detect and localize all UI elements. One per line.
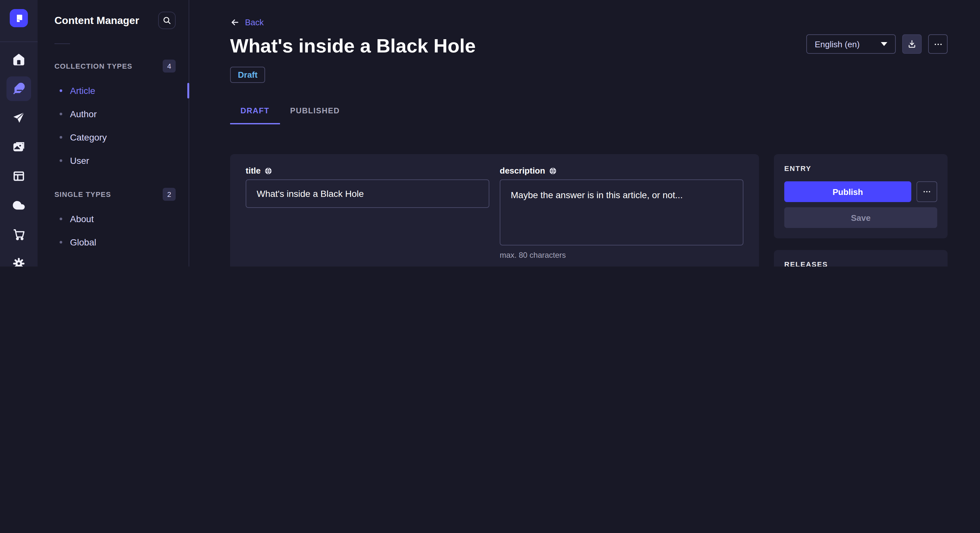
field-label: title	[246, 166, 261, 176]
field-description: description Maybe the answer is in this …	[500, 166, 743, 260]
header-controls: English (en)	[806, 34, 948, 54]
back-label: Back	[245, 17, 264, 27]
content-manager-icon	[6, 76, 31, 101]
sidebar-title: Content Manager	[54, 14, 139, 26]
single-type-list: About Global	[38, 207, 189, 254]
entry-form-card: title What's inside a Black Hole descrip…	[230, 154, 759, 266]
edit-content: title What's inside a Black Hole descrip…	[230, 154, 948, 266]
sidebar-item-label: About	[70, 214, 94, 224]
sidebar-item-global[interactable]: Global	[38, 230, 189, 254]
sidebar-item-label: Category	[70, 132, 107, 143]
nav-item-marketplace[interactable]	[6, 219, 32, 249]
ellipsis-icon	[933, 39, 943, 49]
export-button[interactable]	[902, 34, 922, 54]
status-tabs: DRAFT PUBLISHED	[230, 106, 948, 124]
status-badge: Draft	[230, 67, 266, 83]
cloud-icon	[6, 193, 31, 217]
home-icon	[6, 47, 31, 71]
nav-item-settings[interactable]	[6, 249, 32, 266]
tab-published[interactable]: PUBLISHED	[280, 106, 350, 124]
edit-view: Back What's inside a Black Hole Draft En…	[189, 0, 980, 266]
bullet-icon	[60, 136, 62, 139]
sidebar-item-article[interactable]: Article	[38, 79, 189, 102]
sidebar-item-label: User	[70, 155, 89, 166]
shopping-cart-icon	[6, 222, 31, 246]
description-value: Maybe the answer is in this article, or …	[511, 190, 683, 200]
nav-item-home[interactable]	[6, 45, 32, 74]
sidebar-item-label: Author	[70, 109, 97, 119]
section-head: COLLECTION TYPES 4	[38, 60, 189, 73]
arrow-left-icon	[230, 17, 240, 27]
sidebar-item-label: Article	[70, 86, 95, 96]
sidebar-item-about[interactable]: About	[38, 207, 189, 230]
entry-panel: ENTRY Publish Save	[774, 154, 948, 238]
description-hint: max. 80 characters	[500, 251, 743, 260]
bullet-icon	[60, 159, 62, 162]
ellipsis-icon	[922, 187, 931, 196]
nav-item-content-manager[interactable]	[6, 74, 32, 103]
side-panels: ENTRY Publish Save RELEASES Will be publ…	[774, 154, 948, 266]
save-button[interactable]: Save	[784, 207, 937, 228]
entry-actions: Publish	[784, 181, 937, 202]
gear-icon	[6, 251, 31, 266]
content-manager-sidebar: Content Manager COLLECTION TYPES 4 Artic…	[38, 0, 189, 266]
nav-item-releases[interactable]	[6, 103, 32, 132]
paper-plane-icon	[6, 105, 31, 130]
main-nav: KD	[0, 0, 38, 266]
releases-panel: RELEASES Will be published in Spring Sum…	[774, 250, 948, 266]
search-button[interactable]	[158, 12, 176, 29]
section-head: SINGLE TYPES 2	[38, 188, 189, 201]
tab-draft[interactable]: DRAFT	[230, 106, 280, 124]
sidebar-item-author[interactable]: Author	[38, 102, 189, 125]
field-label: description	[500, 166, 545, 176]
globe-icon	[549, 167, 557, 174]
locale-select[interactable]: English (en)	[806, 34, 896, 54]
nav-item-content-type-builder[interactable]	[6, 161, 32, 190]
description-textarea[interactable]: Maybe the answer is in this article, or …	[500, 179, 743, 246]
nav-item-cloud[interactable]	[6, 190, 32, 219]
publish-button[interactable]: Publish	[784, 181, 911, 202]
bullet-icon	[60, 241, 62, 244]
section-count-badge: 2	[163, 188, 176, 201]
collection-type-list: Article Author Category User	[38, 79, 189, 172]
section-label: SINGLE TYPES	[54, 190, 111, 198]
sidebar-divider	[54, 43, 70, 44]
bullet-icon	[60, 89, 62, 92]
bullet-icon	[60, 217, 62, 220]
panel-heading: ENTRY	[784, 165, 937, 172]
field-label-row: description	[500, 166, 743, 176]
title-value: What's inside a Black Hole	[257, 189, 364, 199]
chevron-down-icon	[881, 42, 887, 46]
section-label: COLLECTION TYPES	[54, 62, 132, 70]
section-collection-types: COLLECTION TYPES 4 Article Author Catego…	[38, 60, 189, 172]
sidebar-item-user[interactable]: User	[38, 149, 189, 172]
header-more-button[interactable]	[928, 34, 948, 54]
sidebar-item-label: Global	[70, 237, 96, 247]
nav-icon-list	[6, 42, 32, 266]
globe-icon	[264, 167, 272, 174]
download-icon	[907, 40, 916, 49]
search-icon	[163, 16, 171, 25]
field-label-row: title	[246, 166, 489, 176]
entry-more-button[interactable]	[916, 181, 937, 202]
nav-item-media-library[interactable]	[6, 132, 32, 161]
bullet-icon	[60, 113, 62, 115]
layout-icon	[6, 163, 31, 188]
title-input[interactable]: What's inside a Black Hole	[246, 179, 489, 208]
sidebar-header: Content Manager	[38, 0, 189, 29]
sidebar-item-category[interactable]: Category	[38, 125, 189, 149]
field-title: title What's inside a Black Hole	[246, 166, 489, 260]
strapi-logo[interactable]	[10, 9, 28, 27]
strapi-admin-app: KD Content Manager COLLECTION TYPES 4 Ar…	[0, 0, 980, 266]
strapi-logo-icon	[13, 12, 25, 24]
locale-value: English (en)	[815, 39, 860, 49]
back-link[interactable]: Back	[230, 17, 264, 27]
section-count-badge: 4	[163, 60, 176, 73]
panel-heading: RELEASES	[784, 260, 937, 266]
media-library-icon	[6, 134, 31, 159]
section-single-types: SINGLE TYPES 2 About Global	[38, 188, 189, 254]
